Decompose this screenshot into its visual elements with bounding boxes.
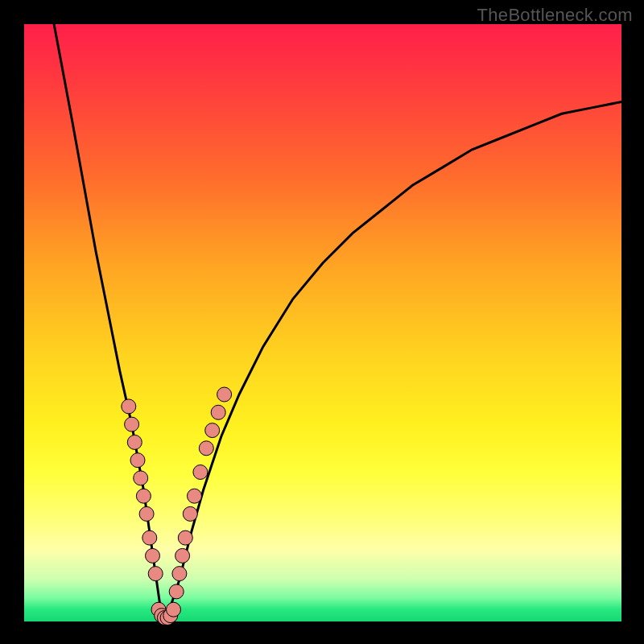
data-dot xyxy=(127,435,142,449)
data-dot xyxy=(136,489,151,503)
curve-path xyxy=(54,24,621,616)
chart-frame: TheBottleneck.com xyxy=(0,0,644,644)
data-dot xyxy=(205,423,220,438)
bottleneck-curve-svg xyxy=(24,24,621,621)
data-dot xyxy=(167,602,181,617)
data-dot xyxy=(211,405,225,419)
data-dot xyxy=(125,417,139,431)
data-dot xyxy=(148,567,163,581)
plot-area xyxy=(24,24,621,621)
data-dot xyxy=(175,548,190,563)
watermark-text: TheBottleneck.com xyxy=(477,5,633,26)
data-dot xyxy=(172,567,187,581)
curve-line xyxy=(54,24,621,616)
data-dot xyxy=(178,530,192,545)
data-dot xyxy=(142,530,157,545)
data-dot xyxy=(139,506,154,521)
data-dot xyxy=(146,548,160,563)
data-dot xyxy=(183,506,197,521)
data-dot xyxy=(169,584,184,599)
data-dot xyxy=(134,471,148,485)
data-dot xyxy=(193,465,208,480)
data-dot xyxy=(122,399,136,414)
data-dot xyxy=(188,489,202,503)
data-dot xyxy=(199,441,213,456)
data-dot xyxy=(130,453,145,468)
data-dots xyxy=(122,387,232,625)
data-dot xyxy=(217,387,232,402)
